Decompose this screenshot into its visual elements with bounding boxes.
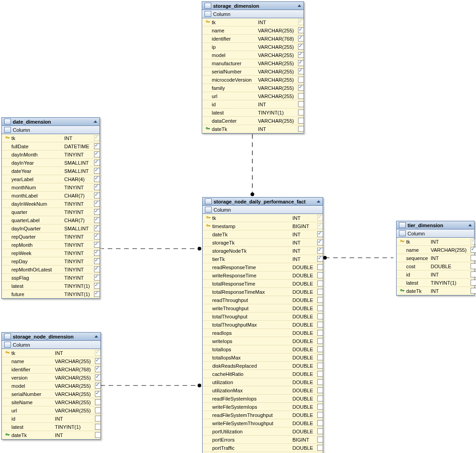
column-name[interactable]: utilizationMax xyxy=(211,386,291,395)
column-name[interactable]: manufacturer xyxy=(210,59,256,68)
column-checkbox[interactable] xyxy=(314,354,325,362)
column-name[interactable]: siteName xyxy=(10,398,53,406)
column-checkbox[interactable] xyxy=(314,403,325,411)
column-name[interactable]: timestamp xyxy=(211,222,291,230)
column-checkbox[interactable] xyxy=(314,296,325,304)
column-name[interactable]: identifier xyxy=(210,35,256,43)
column-checkbox[interactable] xyxy=(314,345,325,354)
column-name[interactable]: monthNum xyxy=(10,183,63,192)
collapse-icon[interactable] xyxy=(317,200,320,203)
column-checkbox[interactable] xyxy=(314,386,325,395)
column-checkbox[interactable] xyxy=(468,279,476,287)
column-name[interactable]: latest xyxy=(10,282,63,290)
column-checkbox[interactable] xyxy=(295,68,306,76)
column-checkbox[interactable] xyxy=(92,431,103,439)
column-checkbox[interactable] xyxy=(295,100,306,109)
column-name[interactable]: identifier xyxy=(10,365,53,374)
column-checkbox[interactable] xyxy=(91,208,102,216)
column-name[interactable]: dateTk xyxy=(211,230,291,239)
column-name[interactable]: url xyxy=(210,92,256,100)
column-checkbox[interactable] xyxy=(92,390,103,398)
column-name[interactable]: totalThroughputMax xyxy=(211,321,291,329)
column-name[interactable]: name xyxy=(210,26,256,35)
table-title[interactable]: storage_node_daily_performance_fact xyxy=(203,198,323,206)
column-name[interactable]: storageTk xyxy=(211,239,291,247)
column-checkbox[interactable] xyxy=(314,370,325,378)
collapse-icon[interactable] xyxy=(94,120,97,123)
column-name[interactable]: latest xyxy=(405,279,429,287)
column-checkbox[interactable] xyxy=(314,444,325,452)
column-name[interactable]: dayInYear xyxy=(10,159,63,167)
column-name[interactable]: id xyxy=(10,415,53,423)
column-checkbox[interactable] xyxy=(92,406,103,415)
column-name[interactable]: dateTk xyxy=(210,125,256,133)
column-checkbox[interactable] xyxy=(92,398,103,406)
column-checkbox[interactable] xyxy=(91,266,102,274)
column-checkbox[interactable] xyxy=(314,378,325,386)
column-name[interactable]: writeFileSystemIops xyxy=(211,403,291,411)
table-title[interactable]: date_dimension xyxy=(2,118,99,126)
column-name[interactable]: repWeek xyxy=(10,249,63,257)
column-checkbox[interactable] xyxy=(91,257,102,266)
column-checkbox[interactable] xyxy=(91,175,102,183)
column-name[interactable]: dataCenter xyxy=(210,117,256,125)
column-checkbox[interactable] xyxy=(91,159,102,167)
column-name[interactable]: serialNumber xyxy=(210,68,256,76)
column-name[interactable]: portTraffic xyxy=(211,444,291,452)
column-checkbox[interactable] xyxy=(314,321,325,329)
column-checkbox[interactable] xyxy=(91,249,102,257)
column-checkbox[interactable] xyxy=(314,312,325,321)
column-checkbox[interactable] xyxy=(91,282,102,290)
column-name[interactable]: latest xyxy=(210,109,256,117)
column-checkbox[interactable] xyxy=(314,419,325,427)
column-name[interactable]: writeIops xyxy=(211,337,291,345)
column-checkbox[interactable] xyxy=(295,18,306,26)
column-name[interactable]: quarterLabel xyxy=(10,216,63,224)
column-name[interactable]: dayInMonth xyxy=(10,151,63,159)
column-checkbox[interactable] xyxy=(91,216,102,224)
column-checkbox[interactable] xyxy=(314,255,325,263)
column-checkbox[interactable] xyxy=(314,337,325,345)
column-name[interactable]: family xyxy=(210,84,256,92)
table-storage_node_daily_performance_fact[interactable]: storage_node_daily_performance_factColum… xyxy=(202,197,323,453)
column-name[interactable]: cacheHitRatio xyxy=(211,370,291,378)
column-name[interactable]: writeResponseTime xyxy=(211,271,291,280)
column-checkbox[interactable] xyxy=(295,92,306,100)
column-name[interactable]: totalThroughput xyxy=(211,312,291,321)
table-title[interactable]: storage_node_dimension xyxy=(2,333,100,341)
column-name[interactable]: dayInWeekNum xyxy=(10,200,63,208)
column-name[interactable]: url xyxy=(10,406,53,415)
column-checkbox[interactable] xyxy=(91,167,102,175)
column-checkbox[interactable] xyxy=(314,362,325,370)
column-name[interactable]: ip xyxy=(210,43,256,51)
column-checkbox[interactable] xyxy=(92,365,103,374)
column-name[interactable]: microcodeVersion xyxy=(210,76,256,84)
column-name[interactable]: future xyxy=(10,290,63,298)
column-name[interactable]: totalIops xyxy=(211,345,291,354)
column-checkbox[interactable] xyxy=(314,230,325,239)
collapse-icon[interactable] xyxy=(94,335,98,338)
column-name[interactable]: readResponseTime xyxy=(211,263,291,271)
column-name[interactable]: tk xyxy=(10,134,63,142)
column-checkbox[interactable] xyxy=(295,59,306,68)
column-checkbox[interactable] xyxy=(314,411,325,419)
table-tier_dimension[interactable]: tier_dimensionColumntkINTnameVARCHAR(255… xyxy=(396,221,475,296)
column-name[interactable]: totalIopsMax xyxy=(211,354,291,362)
column-checkbox[interactable] xyxy=(91,241,102,249)
column-name[interactable]: tk xyxy=(210,18,256,26)
column-name[interactable]: quarter xyxy=(10,208,63,216)
column-name[interactable]: writeThroughput xyxy=(211,304,291,312)
column-checkbox[interactable] xyxy=(314,329,325,337)
column-name[interactable]: tk xyxy=(211,214,291,222)
column-name[interactable]: name xyxy=(10,357,53,365)
column-checkbox[interactable] xyxy=(92,349,103,357)
collapse-icon[interactable] xyxy=(298,5,301,7)
column-name[interactable]: tierTk xyxy=(211,255,291,263)
column-checkbox[interactable] xyxy=(91,290,102,298)
column-checkbox[interactable] xyxy=(92,374,103,382)
column-checkbox[interactable] xyxy=(314,222,325,230)
column-name[interactable]: repQuarter xyxy=(10,233,63,241)
column-name[interactable]: readFileSystemThroughput xyxy=(211,411,291,419)
column-name[interactable]: utilization xyxy=(211,378,291,386)
table-storage_node_dimension[interactable]: storage_node_dimensionColumntkINTnameVAR… xyxy=(1,332,101,440)
